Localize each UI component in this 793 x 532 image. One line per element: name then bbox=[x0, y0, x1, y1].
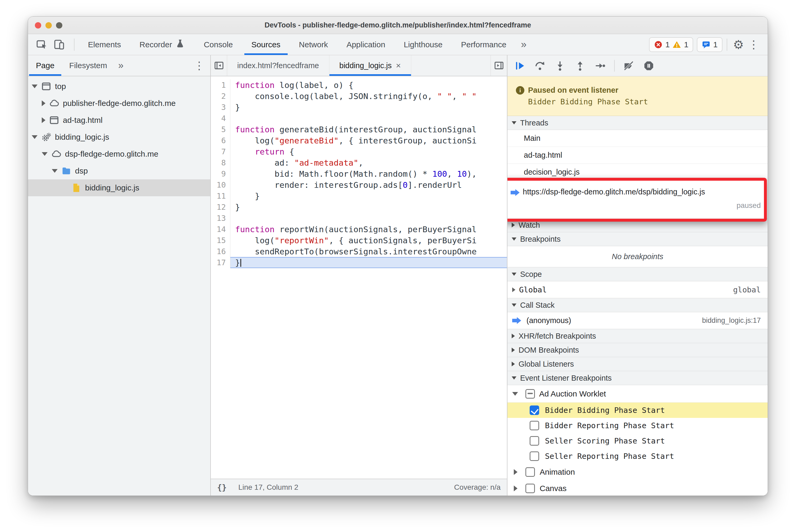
issues-badge[interactable]: 1 1 bbox=[649, 37, 693, 52]
thread-row-decision-logic-js[interactable]: decision_logic.js bbox=[507, 164, 768, 181]
tree-item-bidding-logic-js[interactable]: bidding_logic.js bbox=[28, 179, 210, 196]
tree-item-top[interactable]: top bbox=[28, 78, 210, 95]
code-line-8[interactable]: 8 ad: "ad-metadata", bbox=[211, 157, 507, 168]
code-editor[interactable]: 1function log(label, o) {2 console.log(l… bbox=[211, 76, 507, 479]
titlebar: DevTools - publisher-fledge-demo.glitch.… bbox=[28, 17, 768, 34]
close-tab-icon[interactable]: × bbox=[396, 61, 401, 71]
breakpoint-category-canvas[interactable]: Canvas bbox=[507, 480, 768, 496]
code-line-17[interactable]: 17} bbox=[211, 257, 507, 268]
code-line-10[interactable]: 10 render: interestGroup.ads[0].renderUr… bbox=[211, 179, 507, 190]
code-line-11[interactable]: 11 } bbox=[211, 190, 507, 202]
disclosure-open-icon[interactable] bbox=[32, 135, 38, 139]
pause-on-exceptions-button[interactable] bbox=[643, 60, 655, 72]
disclosure-open-icon[interactable] bbox=[32, 84, 38, 88]
tab-application[interactable]: Application bbox=[337, 34, 395, 55]
disclosure-open-icon[interactable] bbox=[42, 152, 48, 156]
section-header-watch[interactable]: Watch bbox=[507, 218, 768, 232]
editor-tab-bidding-logic-js[interactable]: bidding_logic.js× bbox=[329, 55, 411, 76]
scope-row-global[interactable]: Globalglobal bbox=[507, 281, 768, 298]
paused-thread-row[interactable]: https://dsp-fledge-demo.glitch.me/dsp/bi… bbox=[507, 181, 768, 218]
tab-sources[interactable]: Sources bbox=[242, 34, 290, 55]
previous-panel-icon[interactable] bbox=[211, 55, 227, 76]
checkbox-indeterminate[interactable] bbox=[525, 389, 535, 399]
thread-row-main[interactable]: Main bbox=[507, 130, 768, 147]
section-header-dom-breakpoints[interactable]: DOM Breakpoints bbox=[507, 343, 768, 357]
editor-tab-label: index.html?fencedframe bbox=[237, 61, 319, 70]
section-header-xhr-fetch-breakpoints[interactable]: XHR/fetch Breakpoints bbox=[507, 329, 768, 343]
tab-console[interactable]: Console bbox=[194, 34, 242, 55]
editor-statusbar: {} Line 17, Column 2 Coverage: n/a bbox=[211, 479, 507, 496]
checkbox-unchecked[interactable] bbox=[525, 484, 535, 493]
navigator-kebab-menu-icon[interactable]: ⋮ bbox=[188, 55, 210, 76]
tree-item-publisher-fledge-demo-glitch-me[interactable]: publisher-fledge-demo.glitch.me bbox=[28, 95, 210, 112]
disclosure-open-icon bbox=[512, 238, 516, 241]
disclosure-closed-icon[interactable] bbox=[42, 117, 45, 123]
code-line-14[interactable]: 14function reportWin(auctionSignals, per… bbox=[211, 224, 507, 235]
checkbox-unchecked[interactable] bbox=[530, 452, 539, 461]
section-header-event-listener-breakpoints[interactable]: Event Listener Breakpoints bbox=[507, 371, 768, 385]
breakpoint-bidder-bidding-phase-start[interactable]: Bidder Bidding Phase Start bbox=[507, 403, 768, 418]
code-line-15[interactable]: 15 log("reportWin", { auctionSignals, pe… bbox=[211, 235, 507, 246]
checkbox-checked[interactable] bbox=[530, 405, 539, 415]
code-line-1[interactable]: 1function log(label, o) { bbox=[211, 79, 507, 91]
messages-badge[interactable]: 1 bbox=[697, 37, 722, 52]
tab-network[interactable]: Network bbox=[290, 34, 337, 55]
code-line-5[interactable]: 5function generateBid(interestGroup, auc… bbox=[211, 124, 507, 135]
navigator-tab-page[interactable]: Page bbox=[29, 55, 62, 76]
resume-button[interactable] bbox=[514, 60, 526, 72]
section-header-call-stack[interactable]: Call Stack bbox=[507, 298, 768, 312]
tab-lighthouse[interactable]: Lighthouse bbox=[394, 34, 452, 55]
callstack-row[interactable]: (anonymous)bidding_logic.js:17 bbox=[507, 312, 768, 329]
checkbox-unchecked[interactable] bbox=[530, 421, 539, 430]
code-line-9[interactable]: 9 bid: Math.floor(Math.random() * 100, 1… bbox=[211, 168, 507, 179]
code-line-4[interactable]: 4 bbox=[211, 113, 507, 124]
code-line-12[interactable]: 12} bbox=[211, 202, 507, 213]
section-header-scope[interactable]: Scope bbox=[507, 267, 768, 281]
execution-marker-icon bbox=[511, 189, 520, 196]
inspect-element-icon[interactable] bbox=[35, 38, 49, 52]
breakpoint-bidder-reporting-phase-start[interactable]: Bidder Reporting Phase Start bbox=[507, 418, 768, 433]
disclosure-open-icon[interactable] bbox=[52, 169, 58, 173]
no-breakpoints-message: No breakpoints bbox=[507, 246, 768, 267]
step-out-button[interactable] bbox=[574, 60, 586, 72]
checkbox-unchecked[interactable] bbox=[530, 436, 539, 445]
breakpoint-category-animation[interactable]: Animation bbox=[507, 464, 768, 480]
tree-item-ad-tag-html[interactable]: ad-tag.html bbox=[28, 112, 210, 129]
section-header-global-listeners[interactable]: Global Listeners bbox=[507, 357, 768, 371]
tree-item-bidding-logic-js[interactable]: bidding_logic.js bbox=[28, 129, 210, 146]
disclosure-closed-icon bbox=[512, 334, 515, 338]
code-line-6[interactable]: 6 log("generateBid", { interestGroup, au… bbox=[211, 135, 507, 146]
code-line-7[interactable]: 7 return { bbox=[211, 146, 507, 157]
breakpoint-group-ad-auction-worklet[interactable]: Ad Auction Worklet bbox=[507, 385, 768, 403]
code-line-3[interactable]: 3} bbox=[211, 102, 507, 113]
checkbox-unchecked[interactable] bbox=[525, 467, 535, 477]
thread-row-ad-tag-html[interactable]: ad-tag.html bbox=[507, 147, 768, 164]
step-over-button[interactable] bbox=[534, 60, 546, 72]
breakpoint-seller-scoring-phase-start[interactable]: Seller Scoring Phase Start bbox=[507, 433, 768, 449]
code-line-16[interactable]: 16 sendReportTo(browserSignals.interestG… bbox=[211, 246, 507, 257]
code-line-13[interactable]: 13 bbox=[211, 213, 507, 224]
deactivate-breakpoints-button[interactable] bbox=[623, 60, 635, 72]
pretty-print-button[interactable]: {} bbox=[217, 483, 227, 492]
step-into-button[interactable] bbox=[554, 60, 566, 72]
breakpoint-seller-reporting-phase-start[interactable]: Seller Reporting Phase Start bbox=[507, 449, 768, 464]
tree-item-dsp[interactable]: dsp bbox=[28, 163, 210, 179]
tab-performance[interactable]: Performance bbox=[452, 34, 516, 55]
tab-recorder[interactable]: Recorder bbox=[130, 34, 194, 55]
code-line-2[interactable]: 2 console.log(label, JSON.stringify(o, "… bbox=[211, 91, 507, 102]
next-tabs-icon[interactable] bbox=[491, 55, 507, 76]
tab-elements[interactable]: Elements bbox=[79, 34, 130, 55]
step-button[interactable] bbox=[594, 60, 606, 72]
section-header-threads[interactable]: Threads bbox=[507, 116, 768, 130]
kebab-menu-icon[interactable]: ⋮ bbox=[748, 39, 759, 50]
editor-tab-index-html-fencedframe[interactable]: index.html?fencedframe bbox=[227, 55, 329, 76]
more-panels-chevron[interactable]: » bbox=[521, 39, 527, 50]
more-navigator-tabs-chevron[interactable]: » bbox=[114, 55, 127, 76]
navigator-tab-filesystem[interactable]: Filesystem bbox=[62, 55, 114, 76]
section-header-label: Watch bbox=[518, 221, 540, 230]
tree-item-dsp-fledge-demo-glitch-me[interactable]: dsp-fledge-demo.glitch.me bbox=[28, 146, 210, 163]
device-toolbar-icon[interactable] bbox=[52, 38, 66, 52]
section-header-breakpoints[interactable]: Breakpoints bbox=[507, 232, 768, 246]
disclosure-closed-icon[interactable] bbox=[42, 100, 45, 106]
settings-gear-icon[interactable]: ⚙ bbox=[733, 39, 744, 51]
